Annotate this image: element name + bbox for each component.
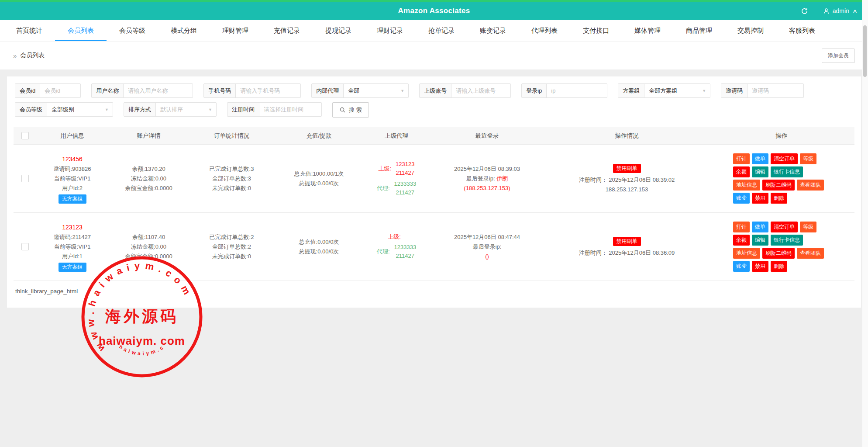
account-detail-cell: 余额:1107.40 冻结金额:0.00 余额宝金额:0.0000 [108,232,189,261]
sort-order-select[interactable] [156,103,216,116]
member-level: 当前等级:VIP1 [36,242,108,252]
search-button[interactable]: 搜 索 [332,102,369,118]
action-balance-button[interactable]: 余额 [733,235,750,246]
add-member-button[interactable]: 添加会员 [822,49,855,63]
action-make-order-button[interactable]: 做单 [752,222,768,232]
parent-account-input[interactable] [451,84,510,97]
username-input[interactable] [124,84,193,97]
actions-cell: 打针 做单 清空订单 等级 余额 编辑 银行卡信息 地址信息 刷新二维码 查看团… [709,219,854,274]
phone-input[interactable] [236,84,300,97]
operation-status-cell: 禁用刷单 注册时间： 2025年12月06日 08:39:02 188.253.… [545,163,709,194]
filter-member-level-label: 会员等级 [15,103,47,116]
agent-values: 1233333 211427 [394,243,417,260]
invite-code-input[interactable] [747,84,803,97]
action-disable-button[interactable]: 禁用 [752,261,768,272]
register-ip: 188.253.127.153 [545,185,709,194]
refresh-button[interactable] [801,7,808,15]
parent-agent-cell: 上级: 123123 211427 代理: 1233333 211427 [364,158,429,199]
action-level-button[interactable]: 等级 [800,153,816,164]
action-address-button[interactable]: 地址信息 [733,248,760,259]
row-checkbox[interactable] [21,175,29,182]
tab-member-level[interactable]: 会员等级 [107,20,158,41]
action-inject-button[interactable]: 打针 [733,222,750,232]
action-account-change-button[interactable]: 账变 [733,193,750,204]
action-delete-button[interactable]: 删除 [771,193,787,204]
col-header-order-stats: 订单统计情况 [189,132,274,140]
tab-finance-manage[interactable]: 理财管理 [210,20,261,41]
col-header-actions: 操作 [709,132,854,140]
tab-service-list[interactable]: 客服列表 [776,20,828,41]
action-refresh-qr-button[interactable]: 刷新二维码 [762,248,795,259]
app-header: Amazon Associates admin ∧ [0,2,868,20]
action-balance-button[interactable]: 余额 [733,166,750,177]
action-edit-button[interactable]: 编辑 [752,235,768,246]
action-refresh-qr-button[interactable]: 刷新二维码 [762,180,795,191]
yuebao-amount: 余额宝金额:0.0000 [108,252,189,261]
username: 123456 [36,154,108,164]
action-clear-orders-button[interactable]: 清空订单 [771,222,798,232]
filter-internal-agent: 内部代理 ▼ [311,83,409,98]
member-level-select[interactable] [47,103,113,116]
parent-agent-cell: 上级: 代理: 1233333 211427 [364,231,429,263]
tab-home-stats[interactable]: 首页统计 [3,20,55,41]
action-edit-button[interactable]: 编辑 [752,166,768,177]
register-time: 注册时间： 2025年12月06日 08:36:09 [545,248,709,258]
tab-account-change-records[interactable]: 账变记录 [467,20,519,41]
action-make-order-button[interactable]: 做单 [752,153,768,164]
row-checkbox[interactable] [21,243,29,250]
internal-agent-select[interactable] [344,84,408,97]
filter-register-time-label: 注册时间 [227,103,259,116]
tab-withdraw-records[interactable]: 提现记录 [313,20,364,41]
member-level: 当前等级:VIP1 [36,174,108,184]
chevron-up-icon: ∧ [852,8,858,14]
tab-agent-list[interactable]: 代理列表 [519,20,570,41]
balance: 余额:1370.20 [108,164,189,174]
user-id: 用户id:1 [36,252,108,261]
action-delete-button[interactable]: 删除 [771,261,787,272]
action-clear-orders-button[interactable]: 清空订单 [771,153,798,164]
action-bank-card-button[interactable]: 银行卡信息 [771,166,803,177]
tab-mode-group[interactable]: 模式分组 [158,20,210,41]
tab-member-list[interactable]: 会员列表 [55,20,107,41]
last-login-ip-label: 最后登录ip: [466,175,495,182]
tab-payment-api[interactable]: 支付接口 [570,20,622,41]
tab-recharge-records[interactable]: 充值记录 [261,20,313,41]
admin-menu[interactable]: admin ∧ [823,7,857,14]
tab-product-manage[interactable]: 商品管理 [673,20,725,41]
table-row: 123456 邀请码:903826 当前等级:VIP1 用户id:2 无方案组 … [14,145,854,213]
scheme-group-select[interactable] [644,84,710,97]
action-disable-button[interactable]: 禁用 [752,193,768,204]
agent-label: 代理: [377,248,390,256]
tab-finance-records[interactable]: 理财记录 [364,20,416,41]
balance: 余额:1107.40 [108,232,189,242]
col-header-operation-status: 操作情况 [545,132,709,140]
login-ip-input[interactable] [547,84,607,97]
action-bank-card-button[interactable]: 银行卡信息 [771,235,803,246]
action-address-button[interactable]: 地址信息 [733,180,760,191]
action-inject-button[interactable]: 打针 [733,153,750,164]
select-all-checkbox[interactable] [21,132,29,139]
tab-grab-order-records[interactable]: 抢单记录 [416,20,467,41]
action-account-change-button[interactable]: 账变 [733,261,750,272]
action-view-team-button[interactable]: 查看团队 [797,248,824,259]
table-row: 123123 邀请码:211427 当前等级:VIP1 用户id:1 无方案组 … [14,213,854,281]
action-level-button[interactable]: 等级 [800,222,816,232]
filter-parent-account: 上级账号 [419,83,511,98]
scheme-badge: 无方案组 [59,263,86,272]
action-view-team-button[interactable]: 查看团队 [797,180,824,191]
filter-internal-agent-label: 内部代理 [312,84,344,97]
parent-value: 123123 [396,160,414,169]
member-id-input[interactable] [40,84,80,97]
breadcrumb-row: » 会员列表 添加会员 [0,42,868,69]
tab-media-manage[interactable]: 媒体管理 [622,20,673,41]
recharge-withdraw-cell: 总充值:0.00/0次 总提现:0.00/0次 [274,237,364,256]
completed-orders: 已完成订单总数:3 [189,164,274,174]
last-login-ip: () [429,252,545,261]
scrollbar-thumb[interactable] [863,25,867,77]
last-login-time: 2025年12月06日 08:39:03 [429,164,545,174]
tab-trade-control[interactable]: 交易控制 [725,20,776,41]
filter-row-2: 会员等级 ▼ 排序方式 ▼ 注册时间 搜 索 [15,102,853,118]
filter-register-time: 注册时间 [227,102,322,117]
register-time-input[interactable] [259,103,321,116]
refresh-icon [801,7,808,15]
